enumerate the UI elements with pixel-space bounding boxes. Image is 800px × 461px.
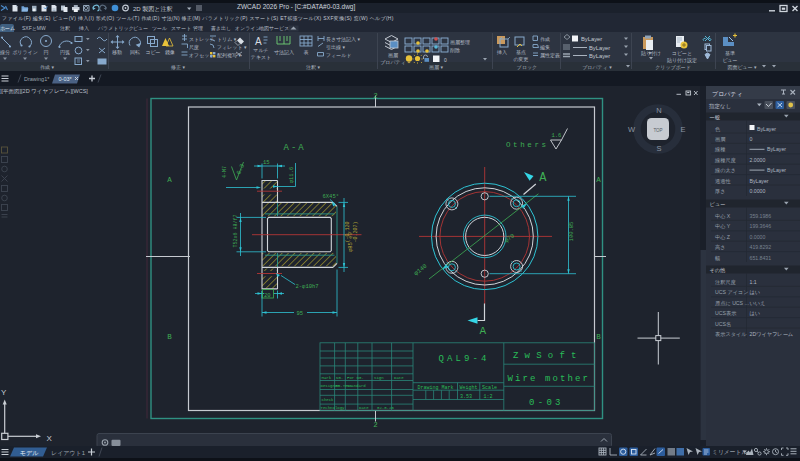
svg-text:中心 Y: 中心 Y — [715, 223, 731, 229]
svg-text:For N0.: For N0. — [347, 376, 364, 380]
svg-text:419.8292: 419.8292 — [750, 244, 772, 250]
svg-text:UCS アイコン ...: UCS アイコン ... — [715, 289, 754, 295]
svg-text:線の太さ: 線の太さ — [714, 167, 736, 173]
svg-text:尺度: 尺度 — [189, 44, 199, 51]
svg-text:S: S — [656, 144, 661, 153]
svg-text:円弧: 円弧 — [60, 49, 70, 55]
svg-text:651.8431: 651.8431 — [750, 255, 772, 261]
svg-text:画層: 画層 — [388, 52, 398, 58]
svg-text:ビュー: ビュー — [722, 57, 737, 63]
svg-text:B: B — [167, 333, 172, 341]
svg-text:はい: はい — [750, 289, 761, 296]
svg-text:コピーと: コピーと — [672, 50, 692, 56]
svg-text:ミリメートル: ミリメートル — [712, 449, 748, 455]
svg-text:移動: 移動 — [112, 49, 122, 56]
svg-text:φ70: φ70 — [503, 232, 516, 244]
svg-text:中心 X: 中心 X — [715, 213, 731, 219]
svg-text:中心 Z: 中心 Z — [715, 234, 730, 240]
svg-text:鏡像: 鏡像 — [165, 49, 175, 56]
svg-text:トリム ▾: トリム ▾ — [217, 36, 237, 42]
svg-text:2D 製図と注釈: 2D 製図と注釈 — [133, 5, 172, 13]
svg-text:はい: はい — [750, 310, 761, 317]
svg-text:コピー: コピー — [145, 49, 160, 55]
svg-text:円: 円 — [44, 49, 49, 55]
svg-text:3.53: 3.53 — [460, 394, 472, 400]
svg-text:線種: 線種 — [714, 146, 725, 153]
svg-text:ByLayer: ByLayer — [757, 126, 776, 132]
svg-text:95: 95 — [297, 310, 304, 317]
svg-text:Technology: Technology — [321, 406, 346, 410]
svg-text:指定なし: 指定なし — [708, 103, 731, 110]
svg-text:A: A — [539, 171, 547, 186]
svg-text:基準: 基準 — [725, 50, 735, 56]
svg-text:寸法記入: 寸法記入 — [274, 49, 294, 56]
svg-text:クリップボード: クリップボード — [655, 64, 691, 70]
svg-text:Wire mother: Wire mother — [508, 374, 591, 384]
svg-text:T52x6 H8/f7: T52x6 H8/f7 — [233, 214, 239, 247]
svg-text:UCS名: UCS名 — [715, 321, 731, 328]
svg-text:X: X — [47, 434, 53, 443]
svg-text:UCS表示: UCS表示 — [715, 310, 736, 316]
svg-text:02-0-26: 02-0-26 — [377, 406, 394, 410]
svg-text:フィレット ▾: フィレット ▾ — [217, 44, 247, 50]
svg-text:Y: Y — [1, 388, 7, 397]
svg-text:表示スタイル: 表示スタイル — [715, 331, 747, 337]
svg-text:1:1: 1:1 — [750, 279, 757, 285]
svg-text:ByLayer: ByLayer — [750, 178, 769, 184]
svg-text:図面ビュー ▾: 図面ビュー ▾ — [727, 64, 757, 71]
svg-text:N: N — [656, 106, 661, 115]
svg-text:マルチ: マルチ — [253, 47, 268, 53]
svg-text:作成 ▾: 作成 ▾ — [40, 64, 54, 70]
svg-text:挿入: 挿入 — [496, 49, 507, 55]
svg-text:プロパティ: プロパティ — [380, 59, 406, 65]
svg-text:Scale: Scale — [482, 385, 497, 391]
svg-text:レイアウト1: レイアウト1 — [51, 450, 86, 456]
svg-text:Standard: Standard — [347, 384, 367, 388]
svg-text:15: 15 — [263, 159, 270, 166]
svg-text:1.6: 1.6 — [552, 132, 562, 139]
svg-text:貼り付け設定: 貼り付け設定 — [667, 57, 697, 64]
svg-text:Sign: Sign — [374, 376, 384, 380]
svg-text:Date: Date — [394, 376, 404, 380]
svg-text:Date: Date — [359, 406, 369, 410]
svg-text:Others: Others — [506, 141, 549, 149]
svg-text:モデル: モデル — [20, 450, 39, 456]
svg-text:ByLayer: ByLayer — [767, 146, 786, 152]
svg-text:][平面図][2D ワイヤフレーム][WCS]: ][平面図][2D ワイヤフレーム][WCS] — [0, 88, 88, 95]
svg-text:N0.: N0. — [336, 376, 343, 380]
svg-text:0: 0 — [444, 57, 447, 63]
svg-text:-0.207): -0.207) — [353, 221, 359, 242]
svg-text:φ11.6: φ11.6 — [288, 167, 295, 184]
svg-text:貼り付け: 貼り付け — [641, 50, 661, 57]
svg-text:2.0000: 2.0000 — [750, 157, 766, 163]
svg-text:ByLayer: ByLayer — [589, 45, 610, 51]
svg-text:高さ: 高さ — [715, 244, 726, 250]
svg-text:線種尺度: 線種尺度 — [714, 157, 737, 164]
svg-text:幅: 幅 — [715, 255, 720, 262]
svg-text:厚さ: 厚さ — [715, 188, 726, 194]
svg-text:ポリライン: ポリライン — [12, 49, 38, 55]
svg-text:A: A — [255, 36, 262, 47]
svg-text:画層: 画層 — [715, 136, 725, 143]
svg-text:Weight: Weight — [460, 385, 478, 391]
svg-text:テキスト: テキスト — [251, 54, 271, 60]
svg-text:φ140: φ140 — [413, 262, 429, 277]
svg-text:透過性: 透過性 — [715, 178, 731, 184]
svg-text:回転: 回転 — [130, 49, 140, 56]
svg-text:ビュー: ビュー — [710, 201, 726, 207]
svg-text:A: A — [596, 176, 601, 184]
svg-text:色: 色 — [715, 126, 721, 132]
svg-text:2-φ10h7: 2-φ10h7 — [296, 283, 319, 290]
svg-text:プロパティ ▾: プロパティ ▾ — [582, 64, 612, 70]
svg-text:A-A: A-A — [284, 143, 306, 153]
svg-text:B: B — [596, 333, 601, 341]
svg-text:画層整理: 画層整理 — [450, 39, 470, 45]
svg-text:修正 ▾: 修正 ▾ — [170, 64, 185, 70]
svg-text:Drawing1*: Drawing1* — [24, 76, 50, 82]
svg-text:注釈尺度: 注釈尺度 — [715, 279, 737, 286]
svg-text:TOP: TOP — [653, 128, 662, 133]
svg-text:フィールド: フィールド — [326, 52, 351, 58]
svg-text:属性定義: 属性定義 — [540, 52, 560, 59]
svg-text:A: A — [480, 325, 487, 337]
svg-text:いいえ: いいえ — [750, 300, 766, 307]
